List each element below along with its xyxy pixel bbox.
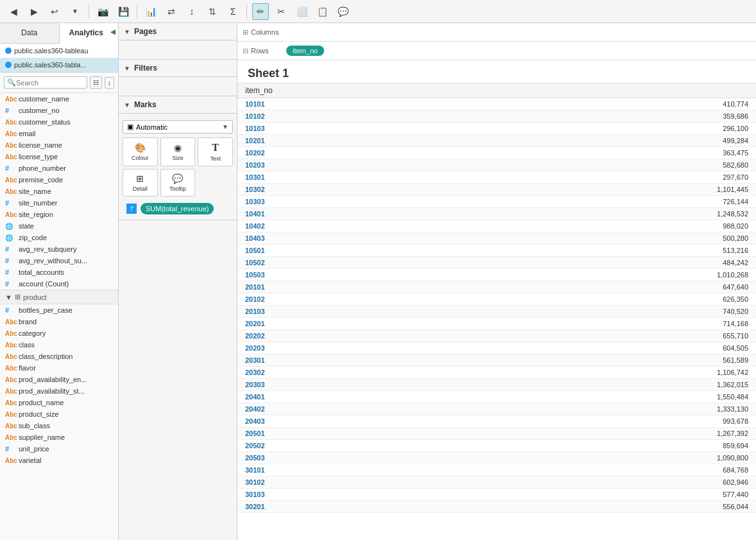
field-bottles-per-case[interactable]: # bottles_per_case: [0, 304, 118, 316]
undo-btn[interactable]: ↩: [46, 3, 63, 20]
field-license-type[interactable]: Abc license_type: [0, 151, 118, 162]
cell-item-no: 10503: [237, 269, 485, 281]
swap-rows-btn[interactable]: ⇄: [163, 3, 180, 20]
cell-item-no: 10401: [237, 208, 485, 220]
rows-pill[interactable]: item_no: [286, 46, 324, 56]
field-customer-no[interactable]: # customer_no: [0, 105, 118, 116]
table-row: 204021,333,130: [237, 403, 756, 415]
table-row: 30201556,044: [237, 501, 756, 513]
colour-label: Colour: [132, 155, 149, 161]
sort-fields-btn[interactable]: ↕: [105, 77, 115, 89]
analytics-tab[interactable]: Analytics ◀: [60, 23, 119, 44]
edit2-btn[interactable]: ✂: [273, 3, 289, 20]
field-site-region[interactable]: Abc site_region: [0, 209, 118, 220]
field-prod-avail-en[interactable]: Abc prod_availability_en...: [0, 374, 118, 385]
field-label: supplier_name: [19, 433, 65, 441]
col-header-item-no[interactable]: item_no: [237, 83, 485, 98]
sum-pill[interactable]: SUM(total_revenue): [141, 203, 214, 214]
marks-section-header[interactable]: ▼ Marks: [119, 96, 237, 114]
sum-icon: T: [126, 204, 137, 214]
field-type-icon: Abc: [5, 365, 15, 372]
colour-btn[interactable]: 🎨 Colour: [123, 137, 158, 166]
layout-btn[interactable]: ⬜: [293, 3, 310, 20]
save-btn[interactable]: 💾: [115, 3, 132, 20]
cell-item-no: 10101: [237, 98, 485, 110]
cell-item-no: 20501: [237, 428, 485, 440]
table-row: 104011,248,532: [237, 208, 756, 220]
size-btn[interactable]: ◉ Size: [160, 137, 196, 166]
field-state[interactable]: 🌐 state: [0, 220, 118, 232]
columns-icon: ⊞: [243, 28, 248, 37]
rows-drop-area[interactable]: [329, 44, 751, 57]
tooltip-btn[interactable]: 💬: [334, 3, 351, 20]
field-supplier-name[interactable]: Abc supplier_name: [0, 431, 118, 443]
toolbar: ◀ ▶ ↩ ▼ 📷 💾 📊 ⇄ ↕ ⇅ Σ ✏ ✂ ⬜ 📋 💬: [0, 0, 756, 23]
table-row: 20403993,678: [237, 415, 756, 428]
cell-item-no: 10402: [237, 220, 485, 232]
cell-item-no: 10502: [237, 257, 485, 269]
field-sub-class[interactable]: Abc sub_class: [0, 420, 118, 431]
data-table-wrap: item_no 10101410,77410102359,68610103296…: [237, 83, 756, 540]
cell-value: 499,284: [485, 135, 756, 147]
more-undo-btn[interactable]: ▼: [67, 3, 83, 20]
cell-value: 993,678: [485, 415, 756, 428]
table-row: 10101410,774: [237, 98, 756, 110]
product-group-header[interactable]: ▼ ⊞ product: [0, 290, 118, 304]
table-row: 20203604,505: [237, 342, 756, 354]
aggregate-btn[interactable]: Σ: [225, 3, 241, 20]
field-category[interactable]: Abc category: [0, 327, 118, 339]
field-customer-status[interactable]: Abc customer_status: [0, 116, 118, 128]
cell-item-no: 10501: [237, 245, 485, 257]
columns-drop-area[interactable]: [286, 26, 751, 39]
rows-icon: ⊟: [243, 47, 248, 55]
show-me-btn[interactable]: 📊: [142, 3, 159, 20]
field-account-count[interactable]: # account (Count): [0, 278, 118, 290]
field-phone-number[interactable]: # phone_number: [0, 162, 118, 174]
snapshot-btn[interactable]: 📷: [94, 3, 111, 20]
sort2-btn[interactable]: ⇅: [204, 3, 221, 20]
data-tab[interactable]: Data: [0, 23, 60, 43]
field-label: avg_rev_without_su...: [19, 257, 87, 265]
field-total-accounts[interactable]: # total_accounts: [0, 266, 118, 278]
table-row: 30102602,946: [237, 476, 756, 489]
field-varietal[interactable]: Abc varietal: [0, 455, 118, 466]
field-class[interactable]: Abc class: [0, 339, 118, 351]
search-input[interactable]: [16, 79, 84, 87]
field-site-name[interactable]: Abc site_name: [0, 186, 118, 197]
field-flavor[interactable]: Abc flavor: [0, 362, 118, 374]
marks-type-dropdown[interactable]: ▣ Automatic ▼: [123, 120, 233, 134]
field-license-name[interactable]: Abc license_name: [0, 139, 118, 151]
field-brand[interactable]: Abc brand: [0, 316, 118, 327]
forward-btn[interactable]: ▶: [26, 3, 42, 20]
field-product-name[interactable]: Abc product_name: [0, 397, 118, 408]
detail-btn[interactable]: ⊞ Detail: [123, 169, 158, 196]
edit-btn[interactable]: ✏: [252, 3, 269, 20]
col-header-value[interactable]: [485, 83, 756, 98]
text-btn[interactable]: T Text: [198, 137, 233, 166]
field-class-description[interactable]: Abc class_description: [0, 351, 118, 362]
panel-tabs: Data Analytics ◀: [0, 23, 118, 44]
field-avg-rev-subquery[interactable]: # avg_rev_subquery: [0, 243, 118, 255]
filters-section-header[interactable]: ▼ Filters: [119, 60, 237, 77]
pages-section-header[interactable]: ▼ Pages: [119, 23, 237, 40]
datasource-item-1[interactable]: public.sales360-tableau: [0, 44, 118, 58]
field-unit-price[interactable]: # unit_price: [0, 443, 118, 455]
field-customer-name[interactable]: Abc customer_name: [0, 93, 118, 105]
filter-btn[interactable]: ⊟: [90, 76, 102, 89]
field-site-number[interactable]: # site_number: [0, 197, 118, 209]
sort-btn[interactable]: ↕: [184, 3, 200, 20]
field-prod-avail-st[interactable]: Abc prod_availability_st...: [0, 385, 118, 397]
field-avg-rev-without[interactable]: # avg_rev_without_su...: [0, 255, 118, 266]
field-email[interactable]: Abc email: [0, 128, 118, 139]
tooltip-marks-btn[interactable]: 💬 Tooltip: [160, 169, 196, 196]
field-premise-code[interactable]: Abc premise_code: [0, 174, 118, 186]
field-product-size[interactable]: Abc product_size: [0, 408, 118, 420]
cell-value: 577,440: [485, 489, 756, 501]
datasource-icon-1: [5, 48, 12, 54]
marks-type-icon: ▣: [127, 123, 133, 131]
collapse-marks-icon: ▼: [124, 101, 130, 109]
field-btn[interactable]: 📋: [314, 3, 331, 20]
back-btn[interactable]: ◀: [5, 3, 22, 20]
field-zip-code[interactable]: 🌐 zip_code: [0, 232, 118, 243]
datasource-item-2[interactable]: public.sales360-tabla...: [0, 58, 118, 72]
